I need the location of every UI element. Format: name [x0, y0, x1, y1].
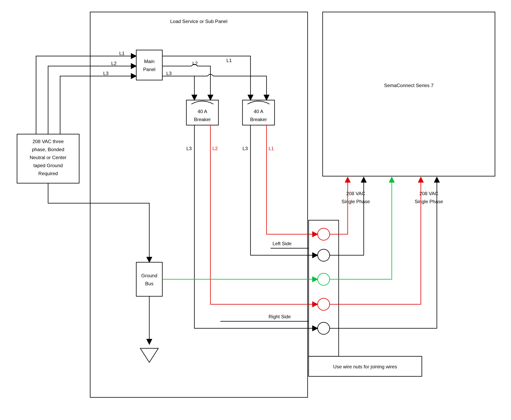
main-panel-box: [136, 50, 162, 80]
source-line5: Required: [38, 171, 58, 176]
ground-bus-line1: Ground: [141, 273, 157, 278]
ground-bus-line2: Bus: [145, 281, 153, 286]
wiring-diagram: Load Service or Sub Panel SemaConnect Se…: [0, 0, 511, 420]
terminal-rack-box: [309, 220, 339, 356]
source-line2: phase, Bonded: [32, 147, 64, 152]
ground-bus-box: [136, 262, 162, 296]
label-brk-right-l1: L1: [269, 146, 274, 151]
main-panel-line1: Main: [144, 59, 155, 64]
label-l2-in: L2: [111, 61, 117, 66]
phase-left-line1: 208 VAC: [346, 191, 365, 196]
label-brk-left-l3: L3: [186, 146, 192, 151]
label-l1-out: L1: [226, 58, 232, 63]
label-l3-out: L3: [166, 71, 172, 76]
wire-nut-label: Use wire nuts for joining wires: [333, 364, 397, 369]
label-brk-right-l3: L3: [242, 146, 248, 151]
right-side-label: Right Side: [269, 314, 291, 319]
label-l1-in: L1: [119, 51, 125, 56]
label-l3-in: L3: [103, 71, 108, 76]
main-panel-line2: Panel: [143, 67, 155, 72]
source-line4: taped Ground: [33, 163, 63, 168]
sema-box: [323, 12, 495, 176]
source-line3: Neutral or Center: [30, 155, 67, 160]
left-side-label: Left Side: [272, 241, 292, 246]
breaker-left-line1: 40 A: [198, 109, 207, 114]
breaker-left-line2: Breaker: [194, 117, 211, 122]
phase-left-line2: Single Phase: [341, 199, 370, 204]
phase-right-line2: Single Phase: [415, 199, 443, 204]
phase-right-line1: 208 VAC: [419, 191, 438, 196]
wire-nut4-to-sema-l2: [330, 177, 421, 304]
breaker-right-line1: 40 A: [254, 109, 263, 114]
sub-panel-title: Load Service or Sub Panel: [170, 19, 227, 24]
sub-panel-box: [90, 12, 308, 397]
source-line1: 208 VAC three: [32, 139, 64, 144]
label-l2-out: L2: [192, 61, 198, 66]
label-brk-left-l2: L2: [212, 146, 218, 151]
breaker-right-line2: Breaker: [250, 117, 267, 122]
sema-label: SemaConnect Series 7: [384, 83, 434, 88]
